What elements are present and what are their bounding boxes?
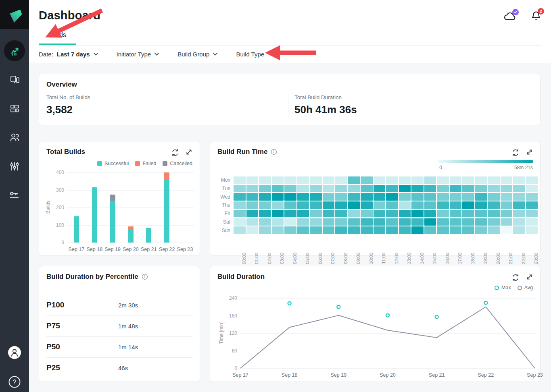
sidebar-item-settings[interactable]: [0, 153, 29, 179]
heatmap-cell: [310, 176, 322, 184]
stat-total-builds: Total No. of Builds 3,582: [46, 94, 90, 116]
heatmap-cell: [475, 210, 487, 218]
sidebar-item-insights[interactable]: [0, 38, 29, 64]
heatmap-cell: [297, 226, 309, 234]
heatmap-cell: [246, 185, 259, 193]
percentile-row-p100: P1002m 30s: [46, 295, 192, 315]
heatmap-cell: [284, 193, 296, 201]
heatmap-cell: [424, 226, 436, 234]
heatmap-cell: [297, 176, 309, 184]
heatmap-cell: [348, 218, 360, 226]
heatmap-cell: [272, 193, 284, 201]
percentile-value: 2m 30s: [118, 302, 138, 309]
heatmap-cell: [297, 201, 309, 209]
heatmap-cell: [526, 193, 538, 201]
heatmap-cell: [475, 185, 487, 193]
heatmap-cell: [501, 185, 513, 193]
percentile-card: Build Duration by Percentile P1002m 30sP…: [39, 266, 200, 382]
heatmap-cell: [450, 185, 462, 193]
heatmap-cell: [284, 226, 296, 234]
sidebar-item-people[interactable]: [0, 124, 29, 150]
heatmap-cell: [488, 201, 500, 209]
heatmap-cell: [526, 185, 538, 193]
insights-chart-icon: [8, 45, 21, 57]
heatmap-cell: [399, 210, 411, 218]
sidebar-item-apps[interactable]: [0, 66, 29, 92]
app-logo[interactable]: [0, 0, 29, 29]
heatmap-cell: [259, 201, 271, 209]
divider: [288, 94, 288, 118]
heatmap-cell: [437, 193, 449, 201]
heatmap-cell: [374, 185, 386, 193]
heatmap-cell: [513, 193, 525, 201]
heatmap-cell: [450, 201, 462, 209]
percentile-row-p25: P2546s: [46, 357, 192, 378]
heatmap-cell: [386, 218, 398, 226]
heatmap-cell: [437, 185, 449, 193]
heatmap-cell: [284, 201, 296, 209]
chevron-down-icon: [268, 53, 272, 56]
heatmap-cell: [323, 185, 335, 193]
heatmap-cell: [335, 185, 347, 193]
heatmap-cell: [246, 193, 259, 201]
heatmap-cell: [462, 226, 474, 234]
heatmap-cell: [513, 176, 525, 184]
heatmap-cell: [411, 176, 424, 184]
heatmap-cell: [437, 226, 449, 234]
heatmap-cell: [475, 176, 487, 184]
heatmap-cell: [386, 210, 398, 218]
heatmap-cell: [361, 218, 373, 226]
sidebar-item-dashboards[interactable]: [0, 95, 29, 121]
heatmap-cell: [348, 185, 360, 193]
build-cache-button[interactable]: [503, 11, 517, 23]
heatmap-cell: [259, 185, 271, 193]
percentile-label: P75: [46, 321, 118, 330]
percentile-row-p50: P501m 14s: [46, 336, 192, 357]
filter-build-group[interactable]: Build Group: [177, 51, 217, 58]
sidebar-item-account[interactable]: [0, 340, 29, 365]
heatmap-cell: [310, 201, 322, 209]
heatmap-cell: [272, 201, 284, 209]
build-run-time-heatmap: MonTueWedThuFriSatSun00:0001:0002:0003:0…: [210, 141, 540, 255]
heatmap-cell: [386, 201, 398, 209]
heatmap-cell: [335, 201, 347, 209]
heatmap-cell: [399, 226, 411, 234]
heatmap-cell: [386, 226, 398, 234]
tab-builds[interactable]: Builds: [39, 31, 76, 45]
apps-icon: [8, 73, 21, 85]
heatmap-cell: [424, 210, 436, 218]
heatmap-cell: [462, 210, 474, 218]
overview-card: Overview Total No. of Builds 3,582 Total…: [39, 74, 541, 125]
heatmap-cell: [437, 210, 449, 218]
notifications-button[interactable]: 2: [531, 10, 541, 23]
sidebar-item-credentials[interactable]: [0, 183, 29, 208]
heatmap-cell: [450, 176, 462, 184]
cloud-check-badge: [512, 9, 519, 15]
filter-date[interactable]: Date:Last 7 days: [39, 51, 98, 58]
heatmap-cell: [361, 193, 373, 201]
heatmap-cell: [411, 185, 424, 193]
sidebar-item-help[interactable]: ?: [0, 369, 29, 392]
heatmap-cell: [323, 176, 335, 184]
heatmap-cell: [386, 185, 398, 193]
heatmap-cell: [386, 193, 398, 201]
heatmap-cell: [424, 201, 436, 209]
avatar-icon: [7, 345, 22, 360]
heatmap-cell: [450, 218, 462, 226]
bar-successful-sep-22: [164, 179, 169, 243]
heatmap-cell: [234, 193, 246, 201]
svg-text:?: ?: [13, 379, 17, 386]
total-builds-chart: 0100200300400BuildsSep 17Sep 18Sep 19Sep…: [39, 141, 200, 255]
heatmap-cell: [297, 185, 309, 193]
heatmap-cell: [297, 193, 309, 201]
heatmap-cell: [475, 201, 487, 209]
heatmap-cell: [411, 210, 424, 218]
chevron-down-icon: [94, 53, 98, 56]
build-duration-chart: 060120180240Time [min]Sep 17Sep 18Sep 19…: [210, 266, 540, 382]
heatmap-cell: [323, 210, 335, 218]
filter-initiator-type[interactable]: Initiator Type: [117, 51, 159, 58]
heatmap-cell: [323, 201, 335, 209]
heatmap-cell: [348, 176, 360, 184]
heatmap-cell: [310, 226, 322, 234]
filter-build-type[interactable]: Build Type: [236, 51, 272, 58]
